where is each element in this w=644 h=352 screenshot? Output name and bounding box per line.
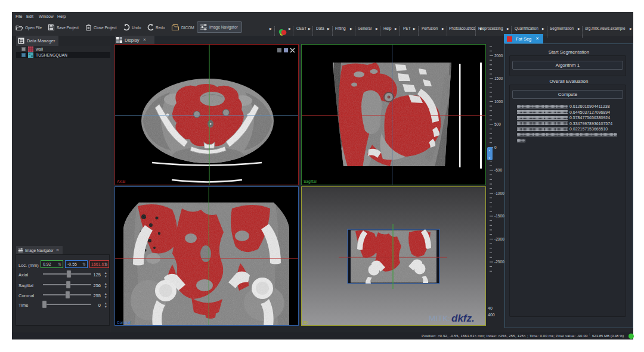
svg-text:-1000: -1000 [494,191,504,195]
svg-text:2000: 2000 [494,54,503,58]
svg-text:-1500: -1500 [494,214,504,218]
svg-text:▼: ▼ [488,157,491,160]
svg-text:Sagittal: Sagittal [304,179,317,184]
svg-text:dkfz.: dkfz. [451,313,475,324]
svg-text:1000: 1000 [494,99,503,104]
svg-text:-500: -500 [494,168,502,172]
svg-text:-2500: -2500 [494,260,504,264]
svg-text:500: 500 [494,122,501,126]
svg-text:▲: ▲ [488,149,491,152]
svg-text:0: 0 [494,145,497,149]
svg-text:Coronal: Coronal [117,320,131,325]
svg-text:3D: 3D [303,320,308,325]
svg-text:-2000: -2000 [494,237,504,241]
svg-text:1500: 1500 [494,76,503,80]
svg-text:MITK:: MITK: [429,314,450,323]
svg-text:Axial: Axial [117,179,126,183]
